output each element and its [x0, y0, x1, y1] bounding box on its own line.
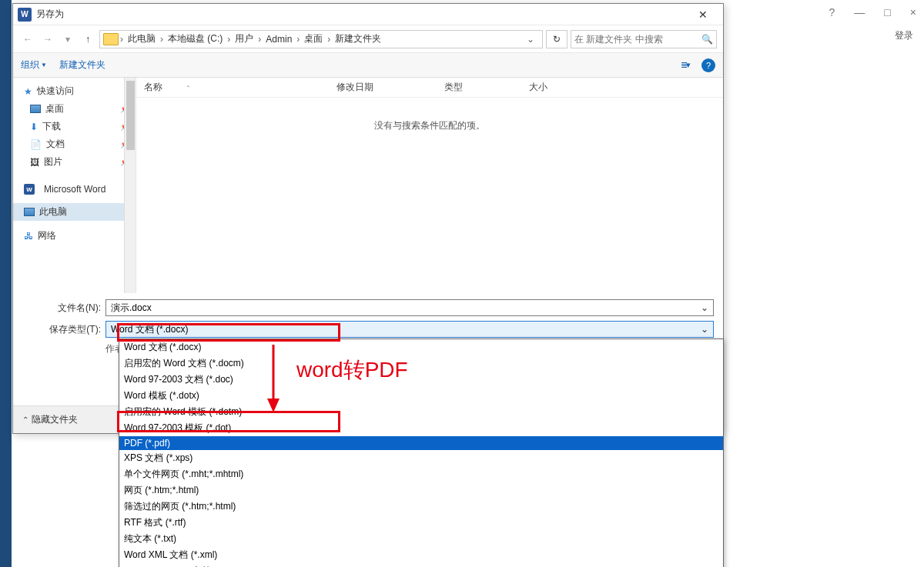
address-bar: ← → ▾ ↑ › 此电脑 › 本地磁盘 (C:) › 用户 › Admin ›… — [13, 25, 723, 53]
breadcrumb-seg[interactable]: 桌面 — [301, 32, 326, 45]
filetype-option[interactable]: Word 97-2003 模板 (*.dot) — [119, 420, 723, 436]
dialog-titlebar: W 另存为 ✕ — [13, 4, 723, 25]
filetype-option[interactable]: Word 文档 (*.docx) — [119, 339, 723, 355]
col-name[interactable]: 名称⌃ — [144, 81, 336, 94]
filetype-option[interactable]: 网页 (*.htm;*.html) — [119, 482, 723, 499]
filetype-select[interactable]: Word 文档 (*.docx) ⌄ — [105, 321, 714, 338]
filetype-option[interactable]: Word 97-2003 文档 (*.doc) — [119, 372, 723, 388]
desktop-icon — [30, 105, 41, 113]
breadcrumb-seg[interactable]: 用户 — [232, 32, 256, 45]
filetype-dropdown[interactable]: Word 文档 (*.docx)启用宏的 Word 文档 (*.docm)Wor… — [119, 339, 724, 567]
minimize-icon[interactable]: — — [854, 6, 865, 18]
nav-up-button[interactable]: ↑ — [79, 31, 96, 48]
refresh-button[interactable]: ↻ — [546, 30, 567, 48]
help-button[interactable]: ? — [701, 58, 715, 72]
sort-arrow-icon: ⌃ — [186, 85, 191, 92]
pictures-icon: 🖼 — [30, 157, 39, 168]
maximize-icon[interactable]: □ — [884, 6, 890, 18]
filetype-label: 保存类型(T): — [22, 323, 105, 336]
new-folder-button[interactable]: 新建文件夹 — [59, 58, 105, 72]
network-icon: 🖧 — [24, 231, 33, 242]
filetype-option[interactable]: Word 2003 XML 文档 (*.xml) — [119, 563, 723, 567]
svg-marker-1 — [267, 399, 280, 412]
sidebar-scrollbar[interactable] — [124, 78, 136, 293]
empty-message: 没有与搜索条件匹配的项。 — [136, 119, 723, 132]
nav-forward-button: → — [39, 31, 56, 48]
chevron-down-icon[interactable]: ⌄ — [701, 302, 708, 313]
folder-icon — [103, 33, 119, 45]
sidebar-desktop[interactable]: 桌面📌 — [13, 100, 136, 118]
file-list-area: 名称⌃ 修改日期 类型 大小 没有与搜索条件匹配的项。 — [136, 78, 723, 293]
breadcrumb-dropdown[interactable]: ⌄ — [522, 34, 539, 45]
annotation-text: word转PDF — [296, 355, 408, 385]
hide-folders-toggle[interactable]: 隐藏文件夹 — [22, 413, 78, 426]
organize-menu[interactable]: 组织▼ — [21, 58, 47, 72]
close-icon[interactable]: × — [910, 6, 916, 18]
col-size[interactable]: 大小 — [529, 81, 591, 94]
dialog-title: 另存为 — [36, 8, 688, 21]
sidebar-downloads[interactable]: ⬇下载📌 — [13, 118, 136, 135]
filetype-option[interactable]: Word 模板 (*.dotx) — [119, 388, 723, 404]
chevron-right-icon[interactable]: › — [226, 34, 232, 45]
breadcrumb-seg[interactable]: Admin — [263, 34, 295, 45]
dialog-close-button[interactable]: ✕ — [688, 8, 718, 21]
sidebar-this-pc[interactable]: 此电脑 — [13, 203, 136, 221]
filetype-option[interactable]: 启用宏的 Word 模板 (*.dotm) — [119, 404, 723, 420]
word-help-icon[interactable]: ? — [829, 6, 835, 18]
search-input[interactable] — [574, 34, 701, 45]
document-icon: 📄 — [30, 139, 42, 150]
backstage-options-label[interactable]: 选项 — [23, 446, 43, 460]
breadcrumb[interactable]: › 此电脑 › 本地磁盘 (C:) › 用户 › Admin › 桌面 › 新建… — [99, 30, 543, 48]
sidebar-word[interactable]: WMicrosoft Word — [13, 182, 136, 197]
sidebar-tree: ★快速访问 桌面📌 ⬇下载📌 📄文档📌 🖼图片📌 WMicrosoft Word… — [13, 78, 136, 293]
column-headers: 名称⌃ 修改日期 类型 大小 — [136, 78, 723, 98]
star-icon: ★ — [24, 86, 32, 97]
annotation-arrow — [266, 345, 281, 416]
download-icon: ⬇ — [30, 122, 38, 132]
chevron-down-icon[interactable]: ⌄ — [701, 324, 708, 335]
word-icon: W — [18, 8, 32, 22]
pc-icon — [24, 208, 35, 216]
chevron-right-icon[interactable]: › — [295, 34, 301, 45]
view-menu[interactable]: ≣▾ — [681, 60, 689, 70]
sidebar-documents[interactable]: 📄文档📌 — [13, 135, 136, 153]
filetype-option[interactable]: 单个文件网页 (*.mht;*.mhtml) — [119, 466, 723, 482]
nav-recent-button[interactable]: ▾ — [59, 31, 76, 48]
filetype-option[interactable]: PDF (*.pdf) — [119, 436, 723, 450]
scrollbar-thumb[interactable] — [126, 81, 135, 150]
sidebar-network[interactable]: 🖧网络 — [13, 227, 136, 245]
filetype-option[interactable]: 启用宏的 Word 文档 (*.docm) — [119, 355, 723, 372]
nav-back-button[interactable]: ← — [19, 31, 36, 48]
filename-input[interactable]: 演示.docx ⌄ — [105, 299, 714, 316]
chevron-right-icon[interactable]: › — [159, 34, 165, 45]
breadcrumb-seg[interactable]: 此电脑 — [125, 32, 159, 45]
filetype-option[interactable]: 纯文本 (*.txt) — [119, 531, 723, 547]
sidebar-quick-access[interactable]: ★快速访问 — [13, 82, 136, 100]
filetype-option[interactable]: XPS 文档 (*.xps) — [119, 450, 723, 466]
filetype-option[interactable]: Word XML 文档 (*.xml) — [119, 547, 723, 563]
chevron-right-icon[interactable]: › — [326, 34, 332, 45]
search-icon[interactable]: 🔍 — [701, 34, 713, 45]
col-type[interactable]: 类型 — [444, 81, 529, 94]
search-box[interactable]: 🔍 — [571, 30, 717, 48]
filetype-option[interactable]: RTF 格式 (*.rtf) — [119, 515, 723, 531]
dialog-toolbar: 组织▼ 新建文件夹 ≣▾ ? — [13, 53, 723, 78]
chevron-right-icon[interactable]: › — [119, 34, 125, 45]
word-window-controls: ? — □ × — [829, 6, 916, 18]
chevron-right-icon[interactable]: › — [256, 34, 263, 45]
sidebar-pictures[interactable]: 🖼图片📌 — [13, 153, 136, 171]
word-backstage-leftbar — [0, 0, 12, 567]
breadcrumb-seg[interactable]: 本地磁盘 (C:) — [165, 32, 226, 45]
breadcrumb-seg[interactable]: 新建文件夹 — [332, 32, 384, 45]
col-date[interactable]: 修改日期 — [336, 81, 444, 94]
login-link[interactable]: 登录 — [895, 29, 913, 42]
filename-label: 文件名(N): — [22, 302, 105, 315]
word-icon: W — [24, 184, 35, 195]
filetype-option[interactable]: 筛选过的网页 (*.htm;*.html) — [119, 499, 723, 515]
